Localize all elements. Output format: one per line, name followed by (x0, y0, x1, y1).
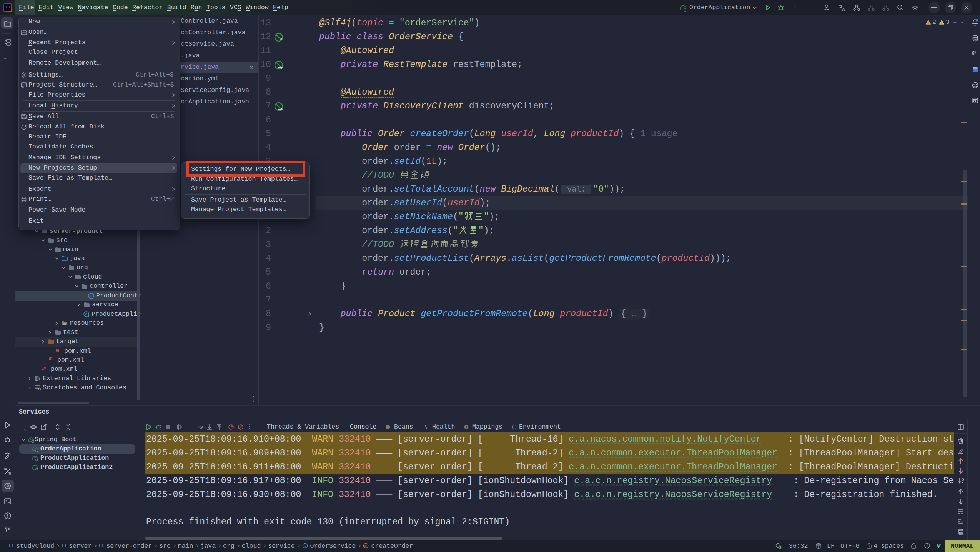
svg-text:m: m (364, 544, 366, 548)
svg-text:C: C (85, 312, 87, 317)
svg-text:C: C (304, 544, 306, 548)
svg-text:C: C (90, 294, 92, 299)
svg-text:A: A (842, 7, 845, 12)
